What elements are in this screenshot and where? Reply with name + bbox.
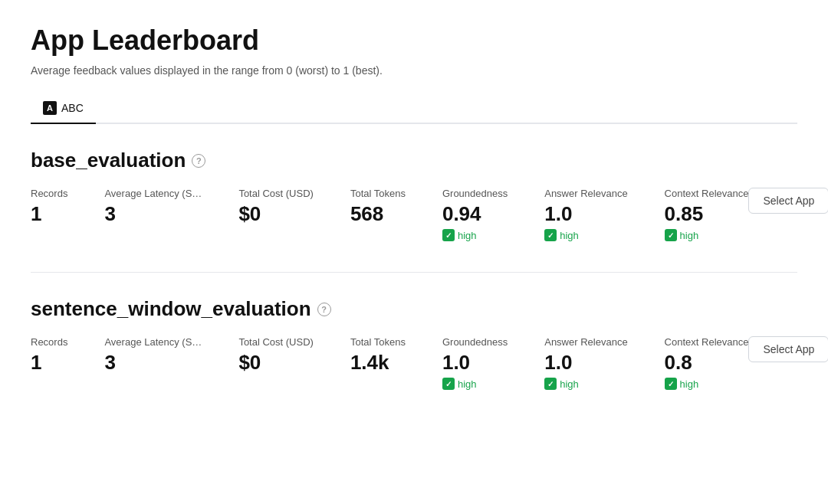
badge-check-icon-4: ✓ [442,378,455,390]
metrics-cols-sentence: Records 1 Average Latency (S… 3 Total Co… [31,336,748,390]
metric-value-answer-sentence: 1.0 [544,351,627,375]
metrics-container-sentence: Records 1 Average Latency (S… 3 Total Co… [31,336,797,390]
metric-value-groundedness-sentence: 1.0 [442,351,508,375]
metric-tokens-sentence: Total Tokens 1.4k [350,336,406,390]
metric-label-cost-base: Total Cost (USD) [238,188,314,199]
metric-answer-relevance-sentence: Answer Relevance 1.0 ✓ high [544,336,627,390]
badge-check-icon-3: ✓ [665,229,677,241]
page-title: App Leaderboard [31,25,797,57]
metric-value-groundedness-base: 0.94 [442,202,508,226]
metric-latency-sentence: Average Latency (S… 3 [104,336,202,390]
metric-cost-base: Total Cost (USD) $0 [238,188,314,241]
badge-groundedness-sentence: ✓ high [442,378,477,390]
section-sentence-window: sentence_window_evaluation ? Records 1 A… [31,297,797,390]
metric-label-answer-base: Answer Relevance [544,188,627,199]
badge-context-base: ✓ high [665,229,699,241]
badge-answer-sentence: ✓ high [544,378,579,390]
select-app-button-sentence[interactable]: Select App [748,336,828,362]
badge-label-groundedness-base: high [458,230,477,241]
badge-context-sentence: ✓ high [665,378,699,390]
metric-records-sentence: Records 1 [31,336,67,390]
metric-label-groundedness-sentence: Groundedness [442,336,508,348]
badge-answer-base: ✓ high [544,229,579,241]
metric-latency-base: Average Latency (S… 3 [104,188,202,241]
metric-value-records-sentence: 1 [31,351,67,375]
metric-label-records-sentence: Records [31,336,67,348]
tab-icon: A [43,101,57,115]
metric-records-base: Records 1 [31,188,67,241]
metric-value-latency-sentence: 3 [104,351,202,375]
metric-label-latency-base: Average Latency (S… [104,188,202,199]
badge-label-answer-base: high [560,230,579,241]
metric-value-cost-base: $0 [238,202,314,226]
badge-label-context-base: high [680,230,699,241]
metrics-container-base: Records 1 Average Latency (S… 3 Total Co… [31,188,797,241]
section-divider [31,272,797,273]
badge-label-groundedness-sentence: high [458,378,477,390]
badge-check-icon-5: ✓ [544,378,557,390]
metric-context-relevance-sentence: Context Relevance 0.8 ✓ high [665,336,749,390]
page-subtitle: Average feedback values displayed in the… [31,64,797,77]
metric-label-groundedness-base: Groundedness [442,188,508,199]
badge-groundedness-base: ✓ high [442,229,477,241]
tab-label: ABC [61,102,84,114]
badge-label-context-sentence: high [680,378,699,390]
section-title-sentence: sentence_window_evaluation [31,297,311,321]
metric-label-context-base: Context Relevance [665,188,749,199]
tabs-bar: A ABC [31,95,797,124]
metric-label-tokens-base: Total Tokens [350,188,406,199]
info-icon-sentence[interactable]: ? [317,303,331,316]
section-base-evaluation: base_evaluation ? Records 1 Average Late… [31,149,797,241]
select-app-button-base[interactable]: Select App [748,188,828,214]
metric-label-answer-sentence: Answer Relevance [544,336,627,348]
metric-context-relevance-base: Context Relevance 0.85 ✓ high [665,188,749,241]
badge-check-icon-6: ✓ [665,378,677,390]
metric-groundedness-sentence: Groundedness 1.0 ✓ high [442,336,508,390]
metric-label-cost-sentence: Total Cost (USD) [238,336,314,348]
section-header-base: base_evaluation ? [31,149,797,172]
badge-label-answer-sentence: high [560,378,579,390]
metric-value-answer-base: 1.0 [544,202,627,226]
metrics-cols-base: Records 1 Average Latency (S… 3 Total Co… [31,188,748,241]
metric-tokens-base: Total Tokens 568 [350,188,406,241]
metric-label-tokens-sentence: Total Tokens [350,336,406,348]
metric-groundedness-base: Groundedness 0.94 ✓ high [442,188,508,241]
section-title-base: base_evaluation [31,149,186,172]
metric-value-tokens-sentence: 1.4k [350,351,406,375]
section-header-sentence: sentence_window_evaluation ? [31,297,797,321]
metric-value-latency-base: 3 [104,202,202,226]
metric-value-context-base: 0.85 [665,202,749,226]
tab-abc[interactable]: A ABC [31,95,96,124]
metric-cost-sentence: Total Cost (USD) $0 [238,336,314,390]
metric-value-context-sentence: 0.8 [665,351,749,375]
info-icon-base[interactable]: ? [192,154,205,168]
badge-check-icon-2: ✓ [544,229,557,241]
metric-answer-relevance-base: Answer Relevance 1.0 ✓ high [544,188,627,241]
metric-value-records-base: 1 [31,202,67,226]
metric-value-tokens-base: 568 [350,202,406,226]
metric-value-cost-sentence: $0 [238,351,314,375]
badge-check-icon: ✓ [442,229,455,241]
metric-label-latency-sentence: Average Latency (S… [104,336,202,348]
metric-label-context-sentence: Context Relevance [665,336,749,348]
metric-label-records-base: Records [31,188,67,199]
